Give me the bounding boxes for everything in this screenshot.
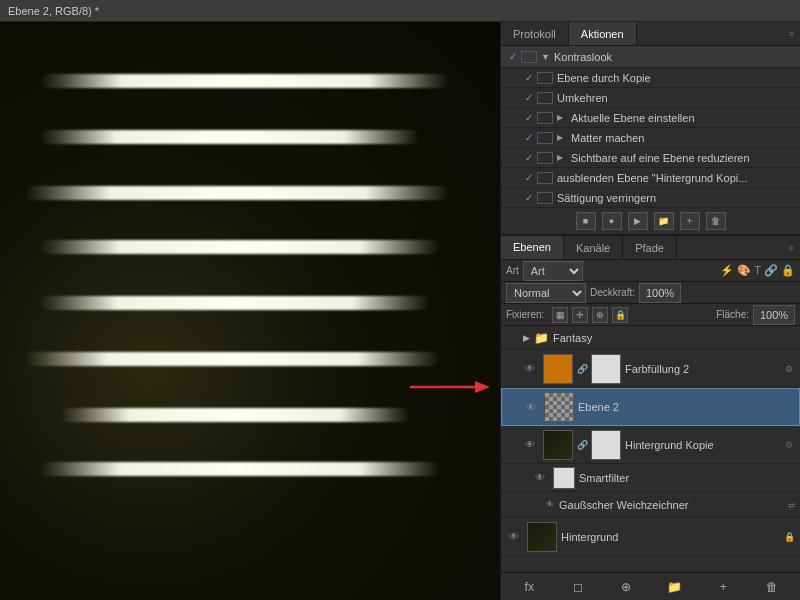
eye-icon-ebene2[interactable]: 👁	[522, 398, 540, 416]
layer-name-hintergrund: Hintergrund	[561, 531, 782, 543]
layer-item-gauss[interactable]: 👁 Gaußscher Weichzeichner ⇌	[501, 492, 800, 518]
layers-bottom-toolbar: fx ◻ ⊕ 📁 + 🗑	[501, 572, 800, 600]
layer-thumb-hintergrund-kopie	[543, 430, 573, 460]
light-streak-7	[60, 408, 410, 422]
lock-all-icon[interactable]: 🔒	[612, 307, 628, 323]
folder-icon-fantasy: 📁	[534, 331, 549, 345]
filter-select[interactable]: Art	[523, 261, 583, 281]
tab-ebenen[interactable]: Ebenen	[501, 236, 564, 259]
tab-aktionen[interactable]: Aktionen	[569, 22, 637, 45]
box-3	[537, 112, 553, 124]
layer-thumb-farbfuellung	[543, 354, 573, 384]
tab-pfade[interactable]: Pfade	[623, 236, 677, 259]
eye-icon-hintergrund[interactable]: 👁	[505, 528, 523, 546]
arrow-icon-5: ▶	[557, 153, 569, 162]
action-item-umkehren[interactable]: ✓ Umkehren	[501, 88, 800, 108]
group-triangle-icon: ▼	[541, 52, 550, 62]
add-mask-icon[interactable]: ◻	[568, 577, 588, 597]
layer-name-farbfuellung: Farbfüllung 2	[625, 363, 782, 375]
play-icon[interactable]: ▶	[628, 212, 648, 230]
light-streak-6	[25, 352, 440, 366]
check-icon-1: ✓	[521, 72, 537, 83]
tab-kanaele[interactable]: Kanäle	[564, 236, 623, 259]
layer-item-hintergrund-kopie[interactable]: 👁 🔗 Hintergrund Kopie ⚙	[501, 426, 800, 464]
layer-item-hintergrund[interactable]: 👁 Hintergrund 🔒	[501, 518, 800, 556]
layer-name-hintergrund-kopie: Hintergrund Kopie	[625, 439, 782, 451]
gauss-extra-icon: ⇌	[788, 500, 796, 510]
arrow-icon-3: ▶	[557, 113, 569, 122]
filter-icons: ⚡ 🎨 T 🔗 🔒	[720, 264, 795, 277]
box-7	[537, 192, 553, 204]
eye-icon-farbfuellung[interactable]: 👁	[521, 360, 539, 378]
action-group-kontraslook[interactable]: ✓ ▼ Kontraslook	[501, 46, 800, 68]
new-group-icon[interactable]: 📁	[665, 577, 685, 597]
new-layer-icon[interactable]: +	[713, 577, 733, 597]
layer-item-farbfuellung[interactable]: 👁 🔗 Farbfüllung 2 ⚙	[501, 350, 800, 388]
fill-label: Fläche:	[716, 309, 749, 320]
arrow-icon-4: ▶	[557, 133, 569, 142]
box-5	[537, 152, 553, 164]
light-streak-4	[40, 240, 440, 254]
layer-name-fantasy: Fantasy	[553, 332, 796, 344]
action-item-aktuelle-ebene[interactable]: ✓ ▶ Aktuelle Ebene einstellen	[501, 108, 800, 128]
fill-input[interactable]	[753, 305, 795, 325]
eye-icon-gauss[interactable]: 👁	[541, 496, 559, 514]
box-2	[537, 92, 553, 104]
layer-group-fantasy[interactable]: ▶ 📁 Fantasy	[501, 326, 800, 350]
layers-panel-collapse[interactable]: ≡	[783, 236, 800, 259]
lock-move-icon[interactable]: ✛	[572, 307, 588, 323]
folder-icon[interactable]: 📁	[654, 212, 674, 230]
light-streak-3	[25, 186, 450, 200]
canvas-area	[0, 22, 500, 600]
eye-icon-hintergrund-kopie[interactable]: 👁	[521, 436, 539, 454]
action-item-matter[interactable]: ✓ ▶ Matter machen	[501, 128, 800, 148]
adjustment-layer-icon[interactable]: ⊕	[616, 577, 636, 597]
layer-item-ebene2[interactable]: 👁 Ebene 2	[501, 388, 800, 426]
action-item-saettigung[interactable]: ✓ Sättigung verringern	[501, 188, 800, 208]
layer-thumb-hintergrund-kopie-mask	[591, 430, 621, 460]
tab-protokoll[interactable]: Protokoll	[501, 22, 569, 45]
stop-icon[interactable]: ■	[576, 212, 596, 230]
action-item-sichtbare[interactable]: ✓ ▶ Sichtbare auf eine Ebene reduzieren	[501, 148, 800, 168]
group-arrow-fantasy: ▶	[523, 333, 530, 343]
window-title: Ebene 2, RGB/8) *	[8, 5, 99, 17]
check-icon-5: ✓	[521, 152, 537, 163]
check-icon-group: ✓	[505, 51, 521, 62]
actions-toolbar: ■ ● ▶ 📁 + 🗑	[501, 208, 800, 235]
red-arrow-indicator	[410, 377, 490, 397]
lock-icon-hintergrund: 🔒	[782, 530, 796, 544]
action-item-ausblenden[interactable]: ✓ ausblenden Ebene "Hintergrund Kopi...	[501, 168, 800, 188]
layer-item-smartfilter[interactable]: 👁 Smartfilter	[501, 464, 800, 492]
blend-opacity-row: Normal Deckkraft:	[501, 282, 800, 304]
delete-icon[interactable]: 🗑	[706, 212, 726, 230]
panel-collapse-button[interactable]: ≡	[783, 22, 800, 45]
lock-checkered-icon[interactable]: ▦	[552, 307, 568, 323]
eye-icon-fantasy[interactable]	[505, 329, 523, 347]
add-style-icon[interactable]: fx	[519, 577, 539, 597]
light-streak-8	[40, 462, 440, 476]
blend-mode-select[interactable]: Normal	[506, 283, 586, 303]
filter-label: Art	[506, 265, 519, 276]
check-icon-4: ✓	[521, 132, 537, 143]
filter-icon-3: T	[754, 264, 761, 277]
layer-thumb-ebene2	[544, 392, 574, 422]
lock-fill-row: Fixieren: ▦ ✛ ⊕ 🔒 Fläche:	[501, 304, 800, 326]
layer-settings-icon-farbfuellung: ⚙	[782, 364, 796, 374]
lock-artboard-icon[interactable]: ⊕	[592, 307, 608, 323]
layer-name-ebene2: Ebene 2	[578, 401, 795, 413]
record-icon[interactable]: ●	[602, 212, 622, 230]
filter-icon-2: 🎨	[737, 264, 751, 277]
layer-thumb-smartfilter	[553, 467, 575, 489]
new-icon[interactable]: +	[680, 212, 700, 230]
opacity-input[interactable]	[639, 283, 681, 303]
layer-thumb-hintergrund	[527, 522, 557, 552]
svg-marker-1	[475, 381, 490, 393]
eye-icon-smartfilter[interactable]: 👁	[531, 469, 549, 487]
forest-background	[0, 22, 500, 600]
box-1	[537, 72, 553, 84]
check-icon-7: ✓	[521, 192, 537, 203]
box-4	[537, 132, 553, 144]
chain-icon-hintergrund-kopie: 🔗	[577, 440, 587, 450]
action-item-ebene-durch-kopie[interactable]: ✓ Ebene durch Kopie	[501, 68, 800, 88]
delete-layer-icon[interactable]: 🗑	[762, 577, 782, 597]
